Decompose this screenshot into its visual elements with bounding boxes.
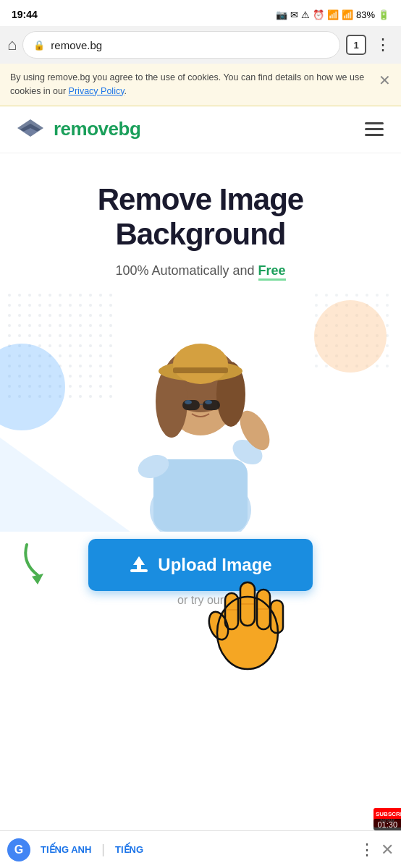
triangle-shape bbox=[0, 438, 130, 532]
battery-percent: 83% bbox=[356, 9, 375, 20]
google-translate-icon: G bbox=[7, 838, 30, 861]
woman-figure bbox=[114, 300, 287, 532]
timer-badge: 01:30 bbox=[373, 819, 401, 830]
lock-icon: 🔒 bbox=[33, 40, 45, 51]
svg-point-24 bbox=[205, 400, 212, 404]
translator-close-button[interactable]: ✕ bbox=[381, 841, 394, 859]
orange-decorative-shape bbox=[314, 300, 387, 373]
upload-button-label: Upload Image bbox=[158, 555, 271, 575]
browser-chrome: ⌂ 🔒 remove.bg 1 ⋮ bbox=[0, 26, 401, 64]
svg-point-42 bbox=[206, 609, 232, 642]
svg-point-28 bbox=[217, 597, 278, 669]
home-button[interactable]: ⌂ bbox=[7, 35, 17, 54]
svg-rect-39 bbox=[257, 590, 270, 629]
upload-image-button[interactable]: Upload Image bbox=[88, 539, 313, 591]
cookie-banner: By using remove.bg you agree to the use … bbox=[0, 64, 401, 106]
svg-point-37 bbox=[217, 597, 278, 669]
hero-subtitle: 100% Automatically and Free bbox=[14, 263, 387, 278]
svg-marker-25 bbox=[32, 574, 43, 584]
hero-section: Remove Image Background 100% Automatical… bbox=[0, 153, 401, 286]
hamburger-line-1 bbox=[365, 122, 384, 124]
svg-rect-31 bbox=[225, 593, 238, 629]
svg-point-33 bbox=[206, 609, 232, 642]
arrow-indicator bbox=[16, 537, 63, 587]
translator-bar: G TIẾNG ANH | TIẾNG ⋮ ✕ bbox=[0, 830, 401, 868]
logo[interactable]: removebg bbox=[14, 116, 140, 142]
tab-count-button[interactable]: 1 bbox=[346, 35, 366, 55]
translator-menu-button[interactable]: ⋮ bbox=[359, 841, 375, 859]
arrow-svg bbox=[16, 537, 63, 584]
status-bar: 19:44 📷 ✉ ⚠ ⏰ 📶 📶 83% 🔋 bbox=[0, 0, 401, 26]
svg-rect-8 bbox=[153, 459, 248, 532]
alarm-icon: ⏰ bbox=[313, 9, 324, 20]
hero-title: Remove Image Background bbox=[14, 182, 387, 252]
language-english-button[interactable]: TIẾNG ANH bbox=[36, 844, 96, 855]
svg-rect-30 bbox=[257, 590, 270, 629]
email-icon: ✉ bbox=[290, 9, 298, 20]
svg-rect-40 bbox=[225, 593, 238, 629]
svg-point-18 bbox=[173, 344, 228, 384]
logo-bg: bg bbox=[119, 118, 141, 140]
language-separator: | bbox=[101, 842, 105, 857]
or-try-text: or try our bbox=[177, 594, 224, 607]
camera-icon: 📷 bbox=[276, 9, 287, 20]
site-header: removebg bbox=[0, 106, 401, 153]
hero-image-scene bbox=[0, 286, 401, 532]
hamburger-line-3 bbox=[365, 134, 384, 136]
url-text: remove.bg bbox=[51, 39, 102, 51]
logo-remove: remove bbox=[54, 118, 119, 140]
svg-rect-32 bbox=[271, 600, 283, 633]
cookie-text: By using remove.bg you agree to the use … bbox=[10, 71, 371, 98]
logo-text: removebg bbox=[54, 118, 140, 140]
language-vietnamese-button[interactable]: TIẾNG bbox=[111, 844, 148, 855]
hamburger-line-2 bbox=[365, 128, 384, 130]
status-icons: 📷 ✉ ⚠ ⏰ 📶 📶 83% 🔋 bbox=[276, 9, 389, 20]
wifi-icon: 📶 bbox=[327, 9, 339, 20]
upload-icon bbox=[129, 555, 149, 575]
upload-section: Upload Image or try our bbox=[0, 532, 401, 621]
svg-marker-27 bbox=[133, 556, 145, 571]
warning-icon: ⚠ bbox=[301, 9, 310, 20]
status-time: 19:44 bbox=[12, 9, 38, 20]
signal-icon: 📶 bbox=[342, 9, 353, 20]
svg-point-23 bbox=[185, 400, 192, 404]
logo-icon bbox=[14, 116, 46, 142]
svg-rect-41 bbox=[271, 600, 283, 633]
privacy-policy-link[interactable]: Privacy Policy bbox=[69, 86, 124, 96]
url-bar[interactable]: 🔒 remove.bg bbox=[22, 31, 340, 59]
cookie-close-button[interactable]: ✕ bbox=[379, 69, 391, 91]
svg-rect-19 bbox=[173, 367, 228, 373]
battery-icon: 🔋 bbox=[378, 9, 389, 20]
hamburger-menu-button[interactable] bbox=[362, 119, 387, 139]
browser-menu-button[interactable]: ⋮ bbox=[372, 35, 394, 54]
